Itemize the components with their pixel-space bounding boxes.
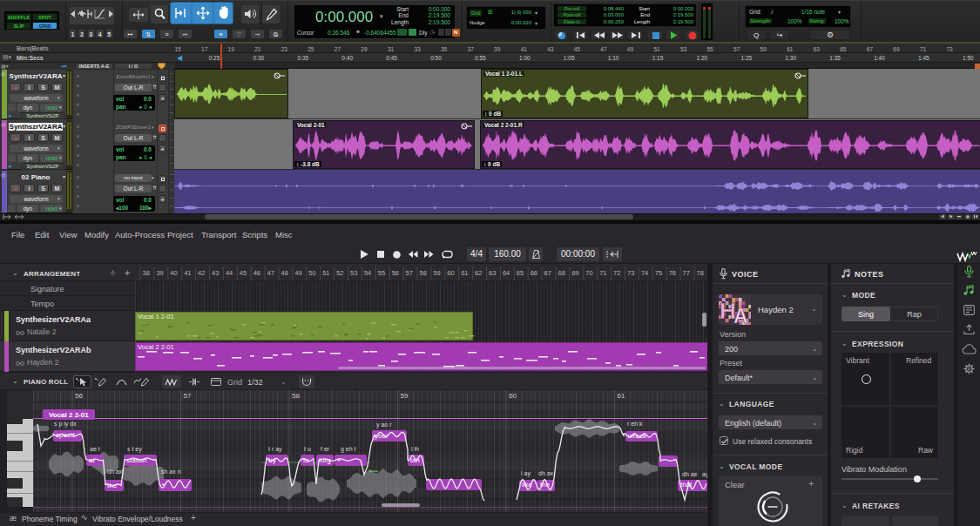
svg-text:A: A bbox=[733, 305, 748, 325]
